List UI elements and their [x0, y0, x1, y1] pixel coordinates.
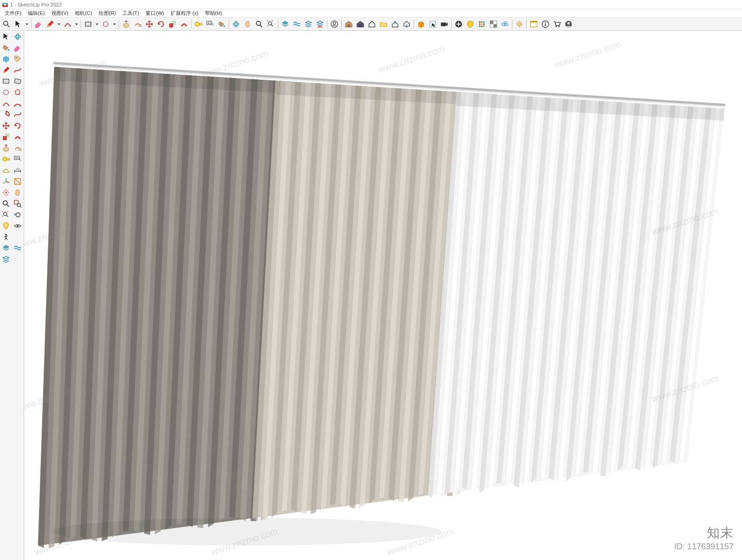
tag-button[interactable]	[13, 54, 24, 64]
user-account-button[interactable]	[329, 19, 340, 30]
search-button[interactable]	[1, 19, 12, 30]
menu-help[interactable]: 帮助(H)	[202, 10, 225, 17]
rotate-tool-button[interactable]	[13, 121, 24, 131]
rotate-tool-button[interactable]	[155, 19, 166, 30]
move-tool-button[interactable]	[144, 19, 155, 30]
select-tool-button[interactable]	[0, 32, 12, 42]
offset-tool-button[interactable]	[179, 19, 190, 30]
circle-tool-button[interactable]	[100, 19, 111, 30]
pushpull-tool-button[interactable]	[0, 143, 12, 153]
shield-button[interactable]	[465, 19, 476, 30]
look-around-button[interactable]	[13, 221, 24, 231]
select-tool-button[interactable]	[13, 19, 24, 30]
house-up-button[interactable]	[390, 19, 401, 30]
text-label-button[interactable]	[205, 19, 216, 30]
pan-tool-button[interactable]	[242, 19, 253, 30]
settings-gear-button[interactable]	[514, 19, 525, 30]
menu-window[interactable]: 窗口(W)	[143, 10, 167, 17]
menu-tools[interactable]: 工具(T)	[120, 10, 142, 17]
protractor-button[interactable]	[0, 165, 12, 175]
house-button[interactable]	[366, 19, 377, 30]
rotated-rectangle-button[interactable]	[13, 76, 24, 86]
pan-tool-button[interactable]	[13, 187, 24, 198]
followme-tool-button[interactable]	[13, 143, 24, 153]
layers-waves-button[interactable]	[13, 243, 24, 253]
spline-tool-button[interactable]	[13, 109, 24, 120]
layers-crossed-button[interactable]	[314, 19, 326, 30]
select-window-button[interactable]	[427, 19, 438, 30]
pushpull-tool-button[interactable]	[121, 19, 132, 30]
zoom-extents-button[interactable]	[265, 19, 276, 30]
pie-tool-button[interactable]	[0, 109, 12, 120]
zoom-extents-button[interactable]	[0, 210, 12, 220]
menu-edit[interactable]: 编辑(E)	[25, 10, 48, 17]
eraser-tool-button[interactable]	[13, 43, 24, 53]
arc-tool-button[interactable]	[0, 98, 12, 109]
layers-stack-button[interactable]	[303, 19, 314, 30]
model-viewport[interactable]: www.znzmo.com www.znzmo.com www.znzmo.co…	[24, 31, 742, 560]
eraser-tool-button[interactable]	[33, 19, 44, 30]
walk-tool-button[interactable]	[0, 232, 12, 242]
menu-file[interactable]: 文件(F)	[2, 10, 24, 17]
move-tool-button[interactable]	[0, 121, 12, 131]
scale-tool-button[interactable]	[167, 19, 178, 30]
layers-button[interactable]	[0, 243, 12, 253]
menu-extensions[interactable]: 扩展程序 (x)	[168, 10, 201, 17]
grid-dots-button[interactable]	[476, 19, 487, 30]
circle-tool-button[interactable]	[0, 87, 12, 97]
add-plus-button[interactable]	[453, 19, 464, 30]
axes-tool-button[interactable]	[0, 176, 12, 187]
window-app-button[interactable]	[528, 19, 539, 30]
rectangle-dropdown-button[interactable]	[94, 19, 100, 30]
freehand-tool-button[interactable]	[13, 65, 24, 75]
arc2point-tool-button[interactable]	[13, 98, 24, 109]
section-plane-button[interactable]	[13, 176, 24, 187]
select-dropdown-button[interactable]	[24, 19, 30, 30]
scale-tool-button[interactable]	[0, 132, 12, 142]
explode-button[interactable]	[0, 187, 12, 198]
rectangle-tool-button[interactable]	[83, 19, 94, 30]
dimension-button[interactable]	[13, 165, 24, 175]
menu-bar: 文件(F) 编辑(E) 视图(V) 相机(C) 绘图(R) 工具(T) 窗口(W…	[0, 9, 742, 18]
orbit-tool-button[interactable]	[13, 32, 24, 42]
info-button[interactable]	[540, 19, 551, 30]
camera-button[interactable]	[439, 19, 450, 30]
zoom-tool-button[interactable]	[0, 199, 12, 209]
pencil-dropdown-button[interactable]	[56, 19, 62, 30]
box-orange-button[interactable]	[416, 19, 427, 30]
polygon-tool-button[interactable]	[13, 87, 24, 97]
profile-button[interactable]	[563, 19, 574, 30]
offset-tool-button[interactable]	[13, 132, 24, 142]
zoom-tool-button[interactable]	[254, 19, 265, 30]
layers-waves-button[interactable]	[291, 19, 302, 30]
pencil-tool-button[interactable]	[45, 19, 56, 30]
warehouse-brown-button[interactable]	[343, 19, 354, 30]
arc-tool-button[interactable]	[62, 19, 73, 30]
house-down-button[interactable]	[401, 19, 412, 30]
checker-button[interactable]	[488, 19, 499, 30]
warehouse-dark-button[interactable]	[355, 19, 366, 30]
circle-dropdown-button[interactable]	[112, 19, 117, 30]
text-label-button[interactable]	[13, 154, 24, 164]
cart-button[interactable]	[551, 19, 563, 30]
menu-view[interactable]: 视图(V)	[49, 10, 71, 17]
paint-bucket-button[interactable]	[0, 43, 12, 53]
layers-button[interactable]	[280, 19, 291, 30]
layers-stack-button[interactable]	[0, 254, 12, 264]
line-tool-button[interactable]	[0, 65, 12, 75]
tape-measure-button[interactable]	[0, 154, 12, 164]
cloud-upload-button[interactable]	[499, 19, 511, 30]
zoom-window-button[interactable]	[13, 199, 24, 209]
tape-measure-button[interactable]	[193, 19, 204, 30]
paint-bucket-button[interactable]	[216, 19, 227, 30]
location-button[interactable]	[0, 221, 12, 231]
menu-draw[interactable]: 绘图(R)	[96, 10, 119, 17]
folder-open-button[interactable]	[378, 19, 389, 30]
menu-camera[interactable]: 相机(C)	[72, 10, 95, 17]
orbit-tool-button[interactable]	[230, 19, 242, 30]
component-cube-button[interactable]	[0, 54, 12, 64]
rectangle-tool-button[interactable]	[0, 76, 12, 86]
arc-dropdown-button[interactable]	[74, 19, 79, 30]
undo-view-button[interactable]	[13, 210, 24, 220]
followme-tool-button[interactable]	[132, 19, 143, 30]
